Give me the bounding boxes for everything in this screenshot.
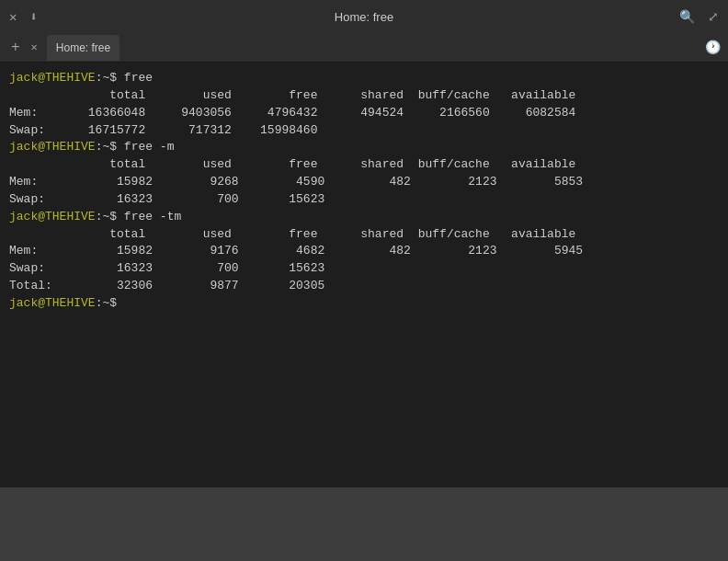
history-button[interactable]: 🕐 xyxy=(705,40,728,55)
terminal-area[interactable]: jack@THEHIVE:~$ free total used free sha… xyxy=(0,63,728,487)
expand-icon[interactable]: ⤢ xyxy=(708,9,719,25)
terminal-output: jack@THEHIVE:~$ free total used free sha… xyxy=(9,70,719,313)
close-tab-button[interactable]: ✕ xyxy=(28,40,41,54)
title-bar: ✕ ⬇ Home: free 🔍 ⤢ xyxy=(0,0,728,33)
new-tab-button[interactable]: + xyxy=(7,40,24,56)
search-icon[interactable]: 🔍 xyxy=(679,9,695,25)
tab-home-free[interactable]: Home: free xyxy=(47,35,119,61)
tab-bar-controls: + ✕ xyxy=(2,40,47,56)
close-icon[interactable]: ✕ xyxy=(9,9,17,25)
download-icon[interactable]: ⬇ xyxy=(29,9,37,25)
title-bar-right: 🔍 ⤢ xyxy=(679,9,719,25)
window-title: Home: free xyxy=(335,10,393,24)
history-icon: 🕐 xyxy=(705,40,721,55)
tab-label: Home: free xyxy=(56,41,110,54)
bottom-area xyxy=(0,487,728,561)
title-bar-left: ✕ ⬇ xyxy=(9,9,38,25)
tab-bar: + ✕ Home: free 🕐 xyxy=(0,33,728,63)
